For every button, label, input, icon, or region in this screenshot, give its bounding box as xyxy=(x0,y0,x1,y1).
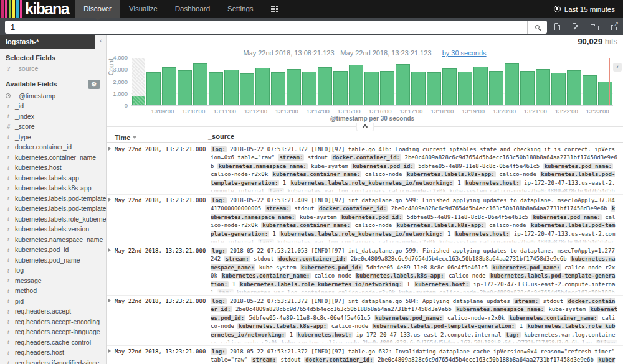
histogram-bar[interactable] xyxy=(364,72,379,105)
search-button[interactable] xyxy=(527,21,547,34)
doc-table-row[interactable]: May 22nd 2018, 13:23:21.000log: 2018-05-… xyxy=(107,194,623,245)
histogram-bar[interactable] xyxy=(396,64,410,105)
histogram-bar[interactable] xyxy=(567,70,581,105)
histogram-bar[interactable] xyxy=(583,75,597,105)
histogram-bar[interactable] xyxy=(380,71,394,105)
histogram-bar[interactable] xyxy=(287,69,301,105)
histogram-bar[interactable] xyxy=(209,72,223,105)
field-item-_type[interactable]: t_type xyxy=(6,132,106,142)
field-badge: kubernetes.labels.k8s-app: xyxy=(406,171,496,177)
field-item-kubernetes.pod_id[interactable]: tkubernetes.pod_id xyxy=(6,245,106,255)
histogram-bar[interactable] xyxy=(520,71,535,105)
histogram-bar[interactable] xyxy=(318,67,332,105)
field-item-kubernetes.container_name[interactable]: tkubernetes.container_name xyxy=(6,152,106,163)
field-item-kubernetes.labels.k8s-app[interactable]: tkubernetes.labels.k8s-app xyxy=(6,183,106,194)
collapse-histogram-button[interactable] xyxy=(356,123,374,131)
field-item-kubernetes.labels.pod-template-hash[interactable]: tkubernetes.labels.pod-template-hash xyxy=(6,203,106,214)
field-badge: kubernetes.namespace_name: xyxy=(217,163,308,169)
histogram-bar[interactable] xyxy=(240,73,254,105)
histogram-bar[interactable] xyxy=(427,72,441,105)
expand-caret-icon[interactable] xyxy=(107,245,115,295)
field-item-req.headers.accept[interactable]: treq.headers.accept xyxy=(6,306,106,317)
tab-settings[interactable]: Settings xyxy=(219,0,262,18)
selected-fields-list: ?_source xyxy=(0,63,106,74)
histogram-bar[interactable] xyxy=(146,72,161,105)
time-column-header[interactable]: Time xyxy=(115,133,208,142)
histogram-bar[interactable] xyxy=(333,71,348,105)
string-field-icon: t xyxy=(6,195,11,202)
histogram-bar[interactable] xyxy=(473,67,488,105)
expand-caret-icon[interactable] xyxy=(107,346,115,364)
field-badge: kubernetes.labels.role_kubernetes_io/net… xyxy=(239,281,403,287)
field-badge: log: xyxy=(211,146,227,152)
field-item-@timestamp[interactable]: @timestamp xyxy=(6,91,106,101)
new-search-icon[interactable] xyxy=(554,23,560,30)
histogram-bar[interactable] xyxy=(162,67,176,105)
histogram-bar-partial[interactable] xyxy=(132,58,145,105)
chart-collapse-icon[interactable] xyxy=(613,63,622,72)
field-item-kubernetes.labels.app[interactable]: tkubernetes.labels.app xyxy=(6,173,106,184)
doc-table-row[interactable]: May 22nd 2018, 13:23:21.000log: 2018-05-… xyxy=(107,144,623,194)
field-item-_source[interactable]: ?_source xyxy=(6,63,106,74)
field-item-log[interactable]: tlog xyxy=(6,265,106,276)
doc-table-row[interactable]: May 22nd 2018, 13:23:21.000log: 2018-05-… xyxy=(107,295,623,345)
apps-grid-icon[interactable] xyxy=(271,6,278,18)
histogram-bar[interactable] xyxy=(255,68,270,105)
field-item-req.headers.accept-encoding[interactable]: treq.headers.accept-encoding xyxy=(6,317,106,327)
histogram-bar[interactable] xyxy=(349,65,363,105)
expand-caret-icon[interactable] xyxy=(107,144,115,194)
histogram-bar[interactable] xyxy=(271,72,285,105)
histogram-bar[interactable] xyxy=(193,63,207,105)
expand-caret-icon[interactable] xyxy=(107,296,115,345)
expand-caret-icon[interactable] xyxy=(107,195,115,245)
histogram-bar[interactable] xyxy=(442,68,457,105)
field-item-kubernetes.host[interactable]: tkubernetes.host xyxy=(6,162,106,173)
field-item-message[interactable]: tmessage xyxy=(6,276,106,286)
field-item-pid[interactable]: tpid xyxy=(6,296,106,307)
field-item-req.headers.host[interactable]: treq.headers.host xyxy=(6,347,106,358)
interval-link[interactable]: by 30 seconds xyxy=(442,49,487,57)
field-item-kubernetes.labels.role_kubernetes_io/netw...[interactable]: tkubernetes.labels.role_kubernetes_io/ne… xyxy=(6,214,106,225)
field-item-_id[interactable]: t_id xyxy=(6,101,106,111)
tab-dashboard[interactable]: Dashboard xyxy=(166,0,219,18)
histogram-bar[interactable] xyxy=(551,73,566,105)
field-item-method[interactable]: tmethod xyxy=(6,286,106,296)
doc-time: May 22nd 2018, 13:23:21.000 xyxy=(115,346,208,364)
field-item-req.headers.cache-control[interactable]: treq.headers.cache-control xyxy=(6,337,106,348)
field-item-req.headers.if-modified-since[interactable]: treq.headers.if-modified-since xyxy=(6,358,106,364)
histogram-bar[interactable] xyxy=(132,96,145,105)
field-item-kubernetes.labels.pod-template-generation[interactable]: tkubernetes.labels.pod-template-generati… xyxy=(6,194,106,204)
field-settings-gear-icon[interactable] xyxy=(88,80,100,89)
histogram-bar[interactable] xyxy=(302,72,316,105)
field-item-kubernetes.namespace_name[interactable]: tkubernetes.namespace_name xyxy=(6,235,106,245)
doc-time: May 22nd 2018, 13:23:21.000 xyxy=(115,144,208,194)
histogram-bar[interactable] xyxy=(178,70,192,105)
histogram-bar[interactable] xyxy=(458,72,472,105)
field-item-_index[interactable]: t_index xyxy=(6,111,106,122)
field-item-_score[interactable]: #_score xyxy=(6,121,106,132)
tab-visualize[interactable]: Visualize xyxy=(120,0,166,18)
doc-source: log: 2018-05-22 07:53:21.372 [INFO][97] … xyxy=(208,144,623,194)
open-search-icon[interactable] xyxy=(591,26,599,30)
doc-table-row[interactable]: May 22nd 2018, 13:23:21.000log: 2018-05-… xyxy=(107,245,623,295)
doc-time: May 22nd 2018, 13:23:21.000 xyxy=(115,195,208,245)
share-search-icon[interactable] xyxy=(611,25,617,30)
sidebar-collapse-icon[interactable] xyxy=(100,36,106,45)
histogram-bar[interactable] xyxy=(505,63,519,105)
tab-discover[interactable]: Discover xyxy=(75,0,120,18)
search-input[interactable] xyxy=(5,21,527,34)
field-item-docker.container_id[interactable]: tdocker.container_id xyxy=(6,142,106,152)
histogram-bar[interactable] xyxy=(536,69,550,105)
field-item-req.headers.accept-language[interactable]: treq.headers.accept-language xyxy=(6,327,106,337)
time-picker[interactable]: Last 15 minutes xyxy=(554,0,623,18)
histogram-bar[interactable] xyxy=(224,70,239,105)
histogram-bar[interactable] xyxy=(598,82,612,105)
field-item-kubernetes.pod_name[interactable]: tkubernetes.pod_name xyxy=(6,255,106,266)
doc-table-row[interactable]: May 22nd 2018, 13:23:21.000log: 2018-05-… xyxy=(107,345,623,364)
x-tick: 13:15:00 xyxy=(338,108,361,114)
index-pattern-selector[interactable]: logstash-* xyxy=(0,35,95,49)
histogram-bar[interactable] xyxy=(411,72,426,105)
save-search-icon[interactable] xyxy=(573,23,578,30)
histogram-bar[interactable] xyxy=(489,71,503,105)
field-item-kubernetes.labels.version[interactable]: tkubernetes.labels.version xyxy=(6,224,106,235)
